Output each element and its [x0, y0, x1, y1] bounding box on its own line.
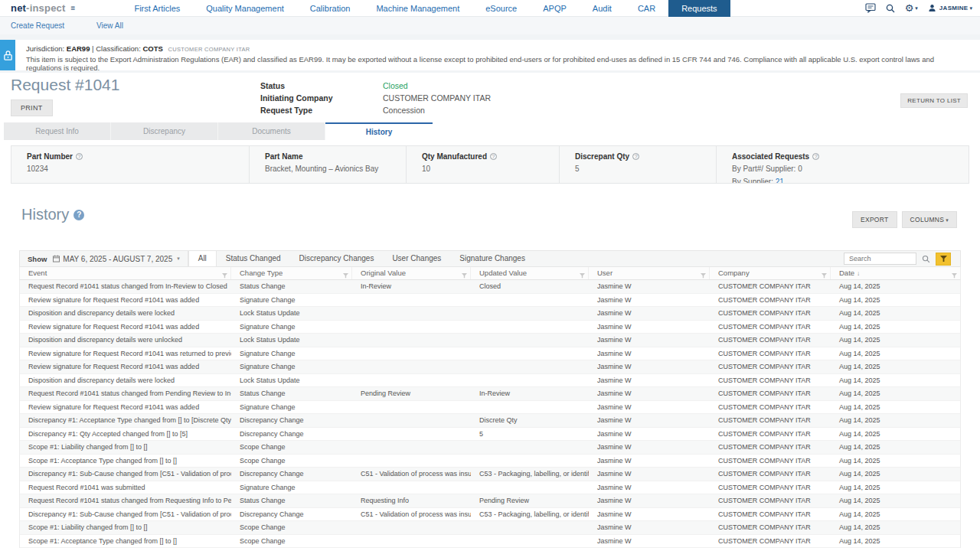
- chevron-down-icon: ▾: [946, 217, 949, 223]
- subnav-item-view-all[interactable]: View All: [96, 21, 123, 30]
- print-button[interactable]: PRINT: [11, 99, 53, 116]
- history-row[interactable]: Scope #1: Liability changed from [] to […: [20, 521, 960, 535]
- history-row[interactable]: Review signature for Request Record #104…: [20, 347, 960, 361]
- search-input[interactable]: [844, 253, 916, 265]
- cell-user: Jasmine W: [589, 296, 710, 304]
- cell-company: CUSTOMER COMPANY ITAR: [710, 497, 831, 504]
- history-row[interactable]: Discrepancy #1: Sub-Cause changed from […: [20, 508, 960, 522]
- history-filter-user-changes[interactable]: User Changes: [383, 251, 450, 266]
- column-filter-icon[interactable]: [222, 270, 227, 279]
- history-row[interactable]: Discrepancy #1: Qty Accepted changed fro…: [20, 428, 960, 442]
- tab-documents[interactable]: Documents: [218, 122, 325, 140]
- nav-item-calibration[interactable]: Calibration: [297, 0, 364, 17]
- help-icon[interactable]: ?: [490, 153, 497, 160]
- history-row[interactable]: Request Record #1041 status changed from…: [20, 280, 960, 294]
- cell-company: CUSTOMER COMPANY ITAR: [710, 296, 831, 304]
- col-header-company[interactable]: Company: [710, 267, 831, 279]
- part-value: 10: [422, 165, 559, 174]
- cell-date: Aug 14, 2025: [831, 390, 960, 397]
- cell-user: Jasmine W: [589, 537, 710, 545]
- export-button[interactable]: EXPORT: [852, 211, 897, 228]
- nav-item-esource[interactable]: eSource: [472, 0, 530, 17]
- cell-user: Jasmine W: [589, 350, 710, 357]
- history-row[interactable]: Request Record #1041 status changed from…: [20, 494, 960, 508]
- history-row[interactable]: Discrepancy #1: Acceptance Type changed …: [20, 414, 960, 428]
- help-icon[interactable]: ?: [632, 153, 639, 160]
- column-filter-icon[interactable]: [343, 270, 348, 279]
- user-menu[interactable]: JASMINE ▾: [928, 4, 972, 12]
- history-filter-tabs: AllStatus ChangedDiscrepancy ChangesUser…: [188, 251, 534, 266]
- by-supplier-count-link[interactable]: 21: [776, 178, 784, 183]
- col-header-text: Change Type: [240, 269, 283, 277]
- history-row[interactable]: Review signature for Request Record #104…: [20, 401, 960, 415]
- app-logo[interactable]: net-inspect: [11, 2, 66, 14]
- tab-request-info[interactable]: Request Info: [4, 122, 111, 140]
- col-header-original-value[interactable]: Original Value: [352, 267, 471, 279]
- date-range-dropdown[interactable]: MAY 6, 2025 - AUGUST 7, 2025 ▾: [53, 255, 187, 263]
- history-row[interactable]: Disposition and discrepancy details were…: [20, 334, 960, 347]
- cell-company: CUSTOMER COMPANY ITAR: [710, 282, 831, 290]
- nav-item-audit[interactable]: Audit: [580, 0, 625, 17]
- nav-item-machine-management[interactable]: Machine Management: [363, 0, 472, 17]
- nav-item-first-articles[interactable]: First Articles: [121, 0, 193, 17]
- history-row[interactable]: Disposition and discrepancy details were…: [20, 374, 960, 388]
- nav-item-car[interactable]: CAR: [625, 0, 668, 17]
- column-filter-icon[interactable]: [822, 270, 827, 279]
- cell-change-type: Lock Status Update: [231, 377, 352, 384]
- column-filter-icon[interactable]: [701, 270, 706, 279]
- nav-item-apqp[interactable]: APQP: [530, 0, 580, 17]
- history-row[interactable]: Request Record #1041 was submittedSignat…: [20, 481, 960, 495]
- history-filter-discrepancy-changes[interactable]: Discrepancy Changes: [290, 251, 384, 266]
- col-header-user[interactable]: User: [589, 267, 710, 279]
- nav-item-quality-management[interactable]: Quality Management: [193, 0, 297, 17]
- user-icon: [928, 4, 936, 12]
- search-icon[interactable]: [886, 4, 895, 13]
- col-header-change-type[interactable]: Change Type: [231, 267, 352, 279]
- cell-date: Aug 14, 2025: [831, 309, 960, 317]
- part-label-text: Qty Manufactured: [422, 152, 487, 161]
- cell-updated-value: C53 - Packaging, labelling, or identific…: [471, 510, 589, 518]
- column-filter-icon[interactable]: [580, 270, 585, 279]
- part-label-part-number: Part Number?: [27, 152, 249, 161]
- history-row[interactable]: Review signature for Request Record #104…: [20, 294, 960, 308]
- lock-badge: [0, 40, 15, 70]
- search-submit-icon[interactable]: [922, 255, 930, 263]
- filter-toggle-button[interactable]: [936, 253, 951, 266]
- cell-event: Disposition and discrepancy details were…: [20, 309, 231, 317]
- cell-change-type: Status Change: [231, 282, 352, 290]
- menu-burger-icon[interactable]: ≡: [71, 4, 76, 12]
- history-filter-all[interactable]: All: [188, 251, 217, 266]
- part-col-associated-requests: Associated Requests?By Part#/ Supplier: …: [716, 146, 969, 183]
- history-row[interactable]: Review signature for Request Record #104…: [20, 360, 960, 374]
- history-row[interactable]: Scope #1: Acceptance Type changed from […: [20, 455, 960, 468]
- col-header-updated-value[interactable]: Updated Value: [471, 267, 589, 279]
- help-icon[interactable]: ?: [812, 153, 819, 160]
- cell-company: CUSTOMER COMPANY ITAR: [710, 484, 831, 491]
- part-value: By Supplier: 21: [732, 178, 969, 183]
- history-row[interactable]: Request Record #1041 status changed from…: [20, 387, 960, 401]
- history-row[interactable]: Discrepancy #1: Sub-Cause changed from […: [20, 468, 960, 481]
- cell-company: CUSTOMER COMPANY ITAR: [710, 309, 831, 317]
- cell-event: Request Record #1041 was submitted: [20, 484, 231, 491]
- history-row[interactable]: Scope #1: Acceptance Type changed from […: [20, 535, 960, 549]
- messages-icon[interactable]: [865, 3, 876, 13]
- column-filter-icon[interactable]: [952, 270, 957, 279]
- history-row[interactable]: Disposition and discrepancy details were…: [20, 307, 960, 321]
- tab-history[interactable]: History: [325, 122, 433, 140]
- tab-discrepancy[interactable]: Discrepancy: [111, 122, 218, 140]
- history-row[interactable]: Review signature for Request Record #104…: [20, 321, 960, 334]
- subnav-item-create-request[interactable]: Create Request: [11, 21, 64, 30]
- history-filter-signature-changes[interactable]: Signature Changes: [450, 251, 534, 266]
- help-icon[interactable]: ?: [76, 153, 83, 160]
- settings-menu[interactable]: ⚙ ▾: [905, 4, 918, 13]
- history-row[interactable]: Scope #1: Liability changed from [] to […: [20, 441, 960, 455]
- col-header-date[interactable]: Date↓: [831, 267, 960, 279]
- column-filter-icon[interactable]: [462, 270, 467, 279]
- history-filter-status-changed[interactable]: Status Changed: [217, 251, 290, 266]
- nav-item-requests[interactable]: Requests: [668, 0, 730, 17]
- columns-button[interactable]: COLUMNS▾: [902, 211, 957, 228]
- cell-date: Aug 14, 2025: [831, 523, 960, 531]
- history-help-icon[interactable]: ?: [74, 210, 84, 220]
- col-header-event[interactable]: Event: [20, 267, 231, 279]
- return-to-list-button[interactable]: RETURN TO LIST: [900, 93, 968, 108]
